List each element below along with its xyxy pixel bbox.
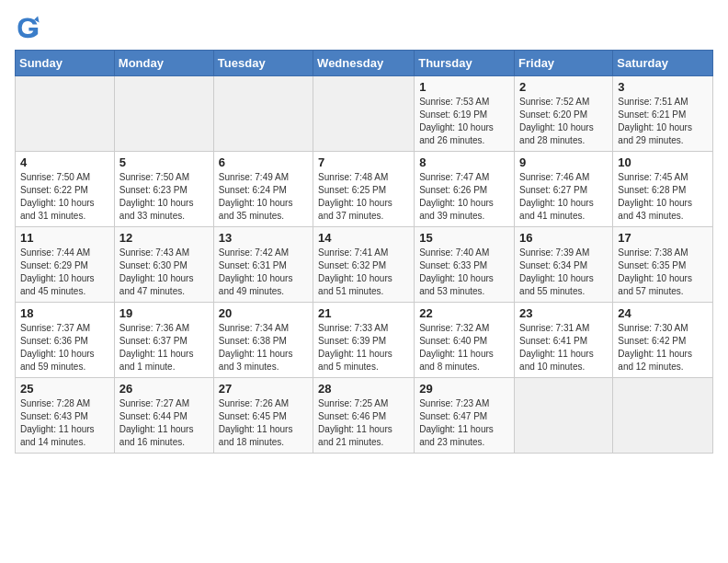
- calendar-cell: 16Sunrise: 7:39 AM Sunset: 6:34 PM Dayli…: [515, 227, 613, 303]
- day-info: Sunrise: 7:34 AM Sunset: 6:38 PM Dayligh…: [219, 322, 308, 373]
- day-number: 8: [419, 155, 509, 169]
- day-number: 23: [519, 306, 608, 320]
- calendar-week-row: 11Sunrise: 7:44 AM Sunset: 6:29 PM Dayli…: [16, 227, 713, 303]
- calendar-cell: 21Sunrise: 7:33 AM Sunset: 6:39 PM Dayli…: [313, 303, 415, 378]
- day-info: Sunrise: 7:52 AM Sunset: 6:20 PM Dayligh…: [519, 96, 608, 147]
- calendar-col-header: Tuesday: [213, 51, 313, 76]
- day-number: 27: [219, 382, 308, 396]
- day-info: Sunrise: 7:23 AM Sunset: 6:47 PM Dayligh…: [419, 397, 509, 449]
- calendar-cell: 18Sunrise: 7:37 AM Sunset: 6:36 PM Dayli…: [16, 303, 115, 378]
- day-number: 5: [119, 155, 209, 169]
- day-info: Sunrise: 7:47 AM Sunset: 6:26 PM Dayligh…: [419, 171, 509, 223]
- calendar-cell: 9Sunrise: 7:46 AM Sunset: 6:27 PM Daylig…: [515, 152, 613, 227]
- calendar-col-header: Wednesday: [313, 51, 415, 76]
- day-info: Sunrise: 7:45 AM Sunset: 6:28 PM Dayligh…: [618, 171, 708, 223]
- calendar-cell: 6Sunrise: 7:49 AM Sunset: 6:24 PM Daylig…: [213, 152, 313, 227]
- calendar-cell: 15Sunrise: 7:40 AM Sunset: 6:33 PM Dayli…: [415, 227, 515, 303]
- day-number: 11: [20, 231, 109, 245]
- day-number: 16: [519, 231, 608, 245]
- calendar-cell: 10Sunrise: 7:45 AM Sunset: 6:28 PM Dayli…: [613, 152, 713, 227]
- calendar-cell: 3Sunrise: 7:51 AM Sunset: 6:21 PM Daylig…: [613, 76, 713, 152]
- day-number: 12: [119, 231, 209, 245]
- day-number: 19: [119, 306, 209, 320]
- day-info: Sunrise: 7:28 AM Sunset: 6:43 PM Dayligh…: [20, 397, 109, 449]
- day-info: Sunrise: 7:40 AM Sunset: 6:33 PM Dayligh…: [419, 247, 509, 298]
- day-info: Sunrise: 7:39 AM Sunset: 6:34 PM Dayligh…: [519, 247, 608, 298]
- day-info: Sunrise: 7:44 AM Sunset: 6:29 PM Dayligh…: [20, 247, 109, 298]
- calendar-col-header: Sunday: [16, 51, 115, 76]
- day-number: 10: [618, 155, 708, 169]
- page-header: [15, 15, 713, 40]
- logo-icon: [15, 15, 40, 40]
- calendar-cell: 26Sunrise: 7:27 AM Sunset: 6:44 PM Dayli…: [114, 378, 213, 454]
- calendar-cell: 29Sunrise: 7:23 AM Sunset: 6:47 PM Dayli…: [415, 378, 515, 454]
- calendar-cell: [515, 378, 613, 454]
- calendar-cell: [213, 76, 313, 152]
- calendar-body: 1Sunrise: 7:53 AM Sunset: 6:19 PM Daylig…: [16, 76, 713, 454]
- day-number: 13: [219, 231, 308, 245]
- calendar-cell: 13Sunrise: 7:42 AM Sunset: 6:31 PM Dayli…: [213, 227, 313, 303]
- day-info: Sunrise: 7:50 AM Sunset: 6:23 PM Dayligh…: [119, 171, 209, 223]
- day-info: Sunrise: 7:31 AM Sunset: 6:41 PM Dayligh…: [519, 322, 608, 373]
- calendar-cell: [16, 76, 115, 152]
- calendar-cell: 8Sunrise: 7:47 AM Sunset: 6:26 PM Daylig…: [415, 152, 515, 227]
- day-number: 25: [20, 382, 109, 396]
- day-number: 22: [419, 306, 509, 320]
- day-number: 14: [318, 231, 409, 245]
- day-number: 29: [419, 382, 509, 396]
- calendar-cell: 23Sunrise: 7:31 AM Sunset: 6:41 PM Dayli…: [515, 303, 613, 378]
- calendar-cell: 20Sunrise: 7:34 AM Sunset: 6:38 PM Dayli…: [213, 303, 313, 378]
- calendar-cell: 14Sunrise: 7:41 AM Sunset: 6:32 PM Dayli…: [313, 227, 415, 303]
- calendar-cell: [613, 378, 713, 454]
- day-number: 9: [519, 155, 608, 169]
- calendar-cell: 12Sunrise: 7:43 AM Sunset: 6:30 PM Dayli…: [114, 227, 213, 303]
- calendar-cell: 2Sunrise: 7:52 AM Sunset: 6:20 PM Daylig…: [515, 76, 613, 152]
- calendar-cell: 17Sunrise: 7:38 AM Sunset: 6:35 PM Dayli…: [613, 227, 713, 303]
- day-info: Sunrise: 7:26 AM Sunset: 6:45 PM Dayligh…: [219, 397, 308, 449]
- day-info: Sunrise: 7:33 AM Sunset: 6:39 PM Dayligh…: [318, 322, 409, 373]
- calendar-table: SundayMondayTuesdayWednesdayThursdayFrid…: [15, 50, 713, 454]
- day-number: 24: [618, 306, 708, 320]
- calendar-cell: 11Sunrise: 7:44 AM Sunset: 6:29 PM Dayli…: [16, 227, 115, 303]
- calendar-week-row: 18Sunrise: 7:37 AM Sunset: 6:36 PM Dayli…: [16, 303, 713, 378]
- day-number: 20: [219, 306, 308, 320]
- day-number: 18: [20, 306, 109, 320]
- calendar-col-header: Thursday: [415, 51, 515, 76]
- day-number: 2: [519, 80, 608, 94]
- calendar-col-header: Saturday: [613, 51, 713, 76]
- day-number: 3: [618, 80, 708, 94]
- day-info: Sunrise: 7:51 AM Sunset: 6:21 PM Dayligh…: [618, 96, 708, 147]
- day-number: 17: [618, 231, 708, 245]
- day-info: Sunrise: 7:38 AM Sunset: 6:35 PM Dayligh…: [618, 247, 708, 298]
- calendar-cell: 22Sunrise: 7:32 AM Sunset: 6:40 PM Dayli…: [415, 303, 515, 378]
- day-info: Sunrise: 7:46 AM Sunset: 6:27 PM Dayligh…: [519, 171, 608, 223]
- calendar-cell: [313, 76, 415, 152]
- logo: [15, 15, 44, 40]
- day-number: 15: [419, 231, 509, 245]
- calendar-week-row: 1Sunrise: 7:53 AM Sunset: 6:19 PM Daylig…: [16, 76, 713, 152]
- day-info: Sunrise: 7:25 AM Sunset: 6:46 PM Dayligh…: [318, 397, 409, 449]
- day-number: 28: [318, 382, 409, 396]
- day-number: 6: [219, 155, 308, 169]
- calendar-cell: 7Sunrise: 7:48 AM Sunset: 6:25 PM Daylig…: [313, 152, 415, 227]
- day-info: Sunrise: 7:42 AM Sunset: 6:31 PM Dayligh…: [219, 247, 308, 298]
- calendar-cell: 24Sunrise: 7:30 AM Sunset: 6:42 PM Dayli…: [613, 303, 713, 378]
- day-info: Sunrise: 7:37 AM Sunset: 6:36 PM Dayligh…: [20, 322, 109, 373]
- day-info: Sunrise: 7:48 AM Sunset: 6:25 PM Dayligh…: [318, 171, 409, 223]
- calendar-cell: 4Sunrise: 7:50 AM Sunset: 6:22 PM Daylig…: [16, 152, 115, 227]
- calendar-week-row: 25Sunrise: 7:28 AM Sunset: 6:43 PM Dayli…: [16, 378, 713, 454]
- day-info: Sunrise: 7:27 AM Sunset: 6:44 PM Dayligh…: [119, 397, 209, 449]
- day-info: Sunrise: 7:41 AM Sunset: 6:32 PM Dayligh…: [318, 247, 409, 298]
- day-number: 7: [318, 155, 409, 169]
- day-number: 21: [318, 306, 409, 320]
- calendar-week-row: 4Sunrise: 7:50 AM Sunset: 6:22 PM Daylig…: [16, 152, 713, 227]
- day-info: Sunrise: 7:50 AM Sunset: 6:22 PM Dayligh…: [20, 171, 109, 223]
- day-info: Sunrise: 7:49 AM Sunset: 6:24 PM Dayligh…: [219, 171, 308, 223]
- calendar-col-header: Friday: [515, 51, 613, 76]
- day-info: Sunrise: 7:53 AM Sunset: 6:19 PM Dayligh…: [419, 96, 509, 147]
- day-number: 1: [419, 80, 509, 94]
- calendar-cell: 5Sunrise: 7:50 AM Sunset: 6:23 PM Daylig…: [114, 152, 213, 227]
- day-info: Sunrise: 7:32 AM Sunset: 6:40 PM Dayligh…: [419, 322, 509, 373]
- day-number: 26: [119, 382, 209, 396]
- day-number: 4: [20, 155, 109, 169]
